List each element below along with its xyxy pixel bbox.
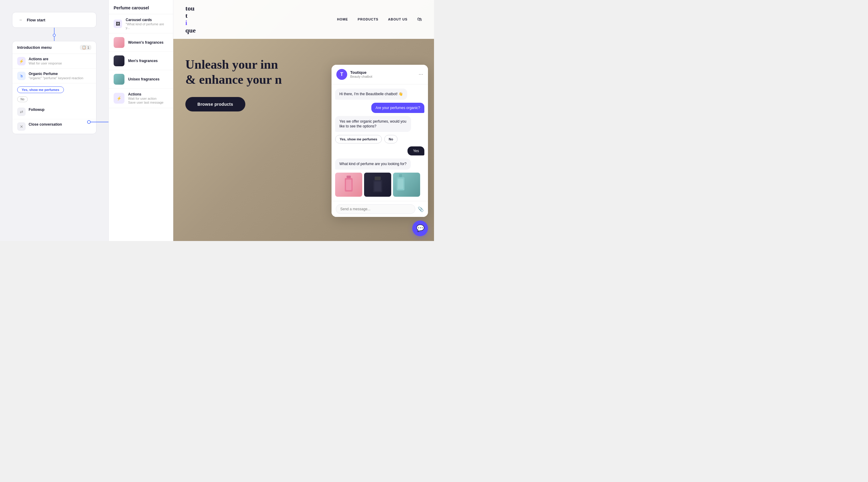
actions-are-title: Actions are [29, 57, 62, 61]
cursor-icon: 🖱 [17, 72, 26, 80]
close-conv-icon: ✕ [17, 122, 26, 131]
svg-rect-6 [374, 181, 381, 191]
chat-product-images [335, 172, 424, 197]
browse-products-button[interactable]: Browse products [185, 97, 245, 111]
carousel-cards-label: Carousel cards [126, 18, 168, 22]
close-conversation-text: Close conversation [29, 122, 62, 127]
womens-label: Women's fragrances [128, 40, 163, 44]
flow-start-card[interactable]: → Flow start [12, 12, 96, 28]
unisex-fragrances-item[interactable]: Unisex fragrances [109, 70, 173, 89]
followup-item[interactable]: ⇄ Followup [12, 104, 96, 119]
unisex-label: Unisex fragrances [128, 77, 159, 81]
intro-menu-card[interactable]: Introduction menu 📋 1 ⚡ Actions are Wait… [12, 41, 96, 134]
actions-item[interactable]: ⚡ Actions Wait for user action Save user… [109, 89, 173, 108]
organic-perfume-title: Organic Perfume [29, 72, 83, 76]
close-conversation-item[interactable]: ✕ Close conversation [12, 119, 96, 134]
actions-icon: ⚡ [114, 93, 124, 104]
svg-rect-9 [398, 179, 403, 189]
connector-dot-1 [53, 34, 56, 37]
mens-fragrances-item[interactable]: Men's fragrances [109, 52, 173, 70]
flow-start-label: Flow start [27, 18, 45, 22]
actions-sublabel: Wait for user action [128, 97, 163, 100]
chat-avatar: T [336, 69, 347, 80]
lightning-icon: ⚡ [17, 57, 26, 65]
site-hero-title: Unleash your inn& enhance your n [185, 57, 300, 87]
nav-home[interactable]: HOME [337, 18, 348, 21]
svg-rect-3 [346, 180, 351, 190]
chat-header: T Toutique Beauty chatbot ··· [332, 65, 428, 84]
followup-title: Followup [29, 107, 44, 112]
actions-sublabel-2: Save user last message [128, 101, 163, 104]
yes-show-perfumes-chat-button[interactable]: Yes, show me perfumes [335, 135, 382, 143]
arrow-right-icon: → [17, 17, 24, 23]
website-preview-panel: tou tique HOME PRODUCTS ABOUT US 🛍 Unlea… [173, 0, 434, 241]
user-message-1: Are your perfumes organic? [371, 103, 424, 113]
avatar-letter: T [340, 72, 343, 77]
actions-are-text: Actions are Wait for user response [29, 57, 62, 65]
mens-text: Men's fragrances [128, 59, 158, 63]
site-nav-links: HOME PRODUCTS ABOUT US 🛍 [337, 17, 422, 22]
women-perfume-image [335, 172, 362, 197]
intro-menu-badge: 📋 1 [80, 45, 91, 50]
carousel-header: Perfume carousel [109, 0, 173, 14]
carousel-panel: Perfume carousel 🖼 Carousel cards "What … [108, 0, 173, 241]
site-logo: tou tique [185, 5, 195, 34]
user-message-2: Yes [407, 147, 424, 155]
chat-launcher-button[interactable]: 💬 [412, 221, 428, 236]
chat-buttons: Yes, show me perfumes No [335, 135, 424, 143]
actions-label: Actions [128, 92, 163, 96]
mens-thumb [114, 56, 124, 66]
actions-are-item[interactable]: ⚡ Actions are Wait for user response [12, 54, 96, 69]
unisex-thumb [114, 74, 124, 85]
chat-input-area: 📎 [332, 201, 428, 217]
men-perfume-image [364, 172, 391, 197]
svg-rect-4 [375, 176, 381, 180]
cart-icon[interactable]: 🛍 [417, 17, 422, 22]
carousel-cards-text: Carousel cards "What kind of perfume are… [126, 18, 168, 30]
attachment-icon[interactable]: 📎 [418, 206, 424, 212]
chat-widget: T Toutique Beauty chatbot ··· Hi there, … [332, 65, 428, 217]
organic-perfume-subtitle: "organic" "perfume" keyword reaction [29, 76, 83, 80]
svg-rect-7 [399, 174, 402, 177]
svg-rect-1 [347, 175, 351, 178]
intro-menu-title: Introduction menu [17, 45, 52, 50]
nav-about-us[interactable]: ABOUT US [388, 18, 407, 21]
site-nav: tou tique HOME PRODUCTS ABOUT US 🛍 [173, 0, 434, 39]
unisex-text: Unisex fragrances [128, 77, 159, 81]
yes-show-perfumes-button[interactable]: Yes, show me perfumes [17, 87, 64, 93]
no-chat-button[interactable]: No [384, 135, 398, 143]
flow-builder-panel: → Flow start Introduction menu 📋 1 ⚡ Act… [0, 0, 108, 241]
nav-products[interactable]: PRODUCTS [358, 18, 378, 21]
logo-line1: tou [185, 5, 195, 12]
intro-menu-header: Introduction menu 📋 1 [12, 41, 96, 54]
unisex-perfume-image [393, 172, 420, 197]
chat-body: Hi there, I'm the Beautibelle chatbot! 👋… [332, 84, 428, 201]
organic-perfume-text: Organic Perfume "organic" "perfume" keyw… [29, 72, 83, 80]
actions-text: Actions Wait for user action Save user l… [128, 92, 163, 104]
carousel-cards-sublabel: "What kind of perfume are y... [126, 22, 168, 30]
logo-dot: i [185, 19, 195, 27]
chatbot-subtitle: Beauty chatbot [350, 75, 372, 78]
chat-menu-button[interactable]: ··· [418, 71, 423, 77]
carousel-cards-item[interactable]: 🖼 Carousel cards "What kind of perfume a… [109, 14, 173, 33]
no-button[interactable]: No [17, 96, 28, 102]
chat-header-info: Toutique Beauty chatbot [350, 70, 372, 78]
followup-text: Followup [29, 107, 44, 112]
mens-label: Men's fragrances [128, 59, 158, 63]
bot-message-1: Hi there, I'm the Beautibelle chatbot! 👋 [335, 89, 407, 100]
chatbot-name: Toutique [350, 70, 372, 75]
womens-text: Women's fragrances [128, 40, 163, 44]
womens-thumb [114, 37, 124, 48]
followup-icon: ⇄ [17, 107, 26, 116]
chat-message-input[interactable] [336, 204, 415, 214]
organic-perfume-item[interactable]: 🖱 Organic Perfume "organic" "perfume" ke… [12, 69, 96, 84]
carousel-title: Perfume carousel [114, 5, 149, 10]
actions-are-subtitle: Wait for user response [29, 61, 62, 65]
bot-message-2: Yes we offer organic perfumes, would you… [335, 116, 411, 132]
close-conversation-title: Close conversation [29, 122, 62, 127]
womens-fragrances-item[interactable]: Women's fragrances [109, 33, 173, 52]
carousel-cards-icon: 🖼 [114, 20, 122, 28]
bot-message-3: What kind of perfume are you looking for… [335, 158, 411, 170]
logo-line2: tique [185, 12, 195, 34]
